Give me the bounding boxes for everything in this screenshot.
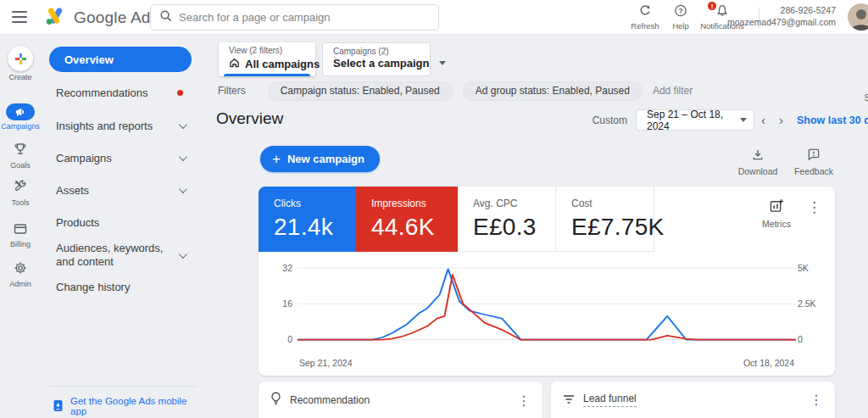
feedback-icon — [807, 149, 821, 164]
search-input[interactable] — [179, 11, 430, 24]
metric-tab-avg-cpc[interactable]: Avg. CPC E£0.3 — [458, 187, 556, 252]
nav-item-campaigns[interactable]: Campaigns — [56, 152, 195, 164]
account-phone: 286-926-5247 — [781, 5, 836, 15]
top-bar: Google Ads Refresh ? Help ! — [0, 0, 868, 35]
metric-tab-cost[interactable]: Cost E£7.75K — [556, 187, 654, 252]
x-axis-start-label: Sep 21, 2024 — [299, 358, 352, 368]
tools-icon — [14, 181, 27, 196]
chevron-down-icon — [179, 153, 187, 161]
brand-name: Google Ads — [74, 8, 159, 27]
nav-item-overview[interactable]: Overview — [49, 47, 192, 72]
metric-tabs: Clicks 21.4k Impressions 44.6K Avg. CPC … — [259, 187, 835, 252]
admin-gear-icon — [14, 263, 27, 277]
add-filter-button[interactable]: Add filter — [653, 85, 693, 97]
nav-item-insights-and-reports[interactable]: Insights and reports — [56, 120, 195, 132]
plot-area — [298, 262, 796, 350]
left-axis-tick: 16 — [269, 298, 292, 309]
account-info[interactable]: 286-926-5247 moazemad479@gmail.com — [727, 4, 836, 28]
metrics-chart-icon — [769, 201, 784, 215]
campaigns-megaphone-icon — [6, 103, 35, 120]
date-range-picker[interactable]: Sep 21 – Oct 18, 2024 — [636, 109, 754, 131]
icon-rail: Create Campaigns Goals Tools Billing — [0, 35, 41, 418]
recommendation-card: Recommendation ⋮ — [259, 382, 542, 418]
nav-divider — [49, 386, 197, 387]
rail-item-campaigns[interactable]: Campaigns — [0, 103, 41, 131]
chart-more-options-icon[interactable]: ⋮ — [807, 200, 821, 215]
time-series-chart: 32 16 0 5K 2.5K 0 Sep 21, 2024 Oct 18, 2… — [259, 252, 835, 376]
create-plus-icon — [8, 46, 33, 71]
filters-bar: Filters Campaign status: Enabled, Paused… — [218, 81, 868, 101]
view-filter-dropdown[interactable]: View (2 filters) All campaigns — [219, 42, 315, 76]
x-axis-end-label: Oct 18, 2024 — [743, 358, 794, 368]
goals-trophy-icon — [14, 144, 27, 159]
google-ads-logo-icon — [44, 6, 66, 30]
chevron-down-icon — [179, 120, 187, 129]
refresh-icon — [638, 5, 652, 20]
funnel-icon — [563, 393, 575, 408]
brand: Google Ads — [44, 6, 159, 30]
rail-item-billing[interactable]: Billing — [0, 223, 41, 248]
lead-funnel-card-title[interactable]: Lead funnel — [583, 393, 637, 407]
date-next-button[interactable]: › — [772, 113, 790, 127]
new-campaign-button[interactable]: + New campaign — [260, 146, 380, 172]
date-prev-button[interactable]: ‹ — [754, 113, 772, 127]
left-axis-tick: 0 — [269, 334, 292, 344]
download-button[interactable]: Download — [731, 148, 785, 176]
right-axis-tick: 0 — [798, 334, 823, 344]
show-last-30-days-link[interactable]: Show last 30 days — [797, 114, 868, 126]
filter-chip-ad-group-status[interactable]: Ad group status: Enabled, Paused — [463, 81, 643, 101]
main-content: View (2 filters) All campaigns Campaigns… — [203, 35, 868, 418]
right-axis-tick: 5K — [798, 263, 823, 273]
nav-item-change-history[interactable]: Change history — [56, 281, 195, 293]
home-icon — [229, 56, 240, 71]
nav-item-products[interactable]: Products — [56, 216, 195, 229]
help-icon: ? — [674, 5, 687, 20]
global-search — [150, 4, 439, 31]
rail-item-admin[interactable]: Admin — [0, 261, 41, 288]
feedback-button[interactable]: Feedback — [787, 148, 841, 176]
account-email: moazemad479@gmail.com — [727, 17, 836, 27]
plus-icon: + — [272, 152, 281, 166]
page-header: Overview Custom Sep 21 – Oct 18, 2024 ‹ … — [216, 109, 868, 131]
overview-chart-svg — [298, 262, 796, 350]
lead-funnel-more-options-icon[interactable]: ⋮ — [810, 392, 823, 408]
avatar[interactable] — [848, 3, 868, 31]
metric-tab-clicks[interactable]: Clicks 21.4k — [259, 187, 356, 252]
nav-item-assets[interactable]: Assets — [56, 184, 195, 197]
rail-item-create[interactable]: Create — [0, 46, 41, 81]
lead-funnel-card: Lead funnel ⋮ — [551, 382, 835, 418]
filter-chip-campaign-status[interactable]: Campaign status: Enabled, Paused — [268, 81, 453, 101]
campaign-select-dropdown[interactable]: Campaigns (2) Select a campaign — [322, 42, 431, 76]
billing-card-icon — [14, 223, 27, 237]
metrics-button[interactable]: Metrics — [755, 198, 798, 229]
svg-text:?: ? — [678, 7, 682, 15]
filters-label: Filters — [218, 85, 246, 97]
chevron-down-icon — [179, 250, 187, 259]
chevron-down-icon — [179, 185, 187, 193]
mobile-phone-icon — [53, 399, 64, 414]
recommendation-card-title: Recommendation — [290, 394, 370, 406]
page-title: Overview — [216, 109, 283, 127]
caret-down-icon — [439, 61, 446, 65]
recommendation-more-options-icon[interactable]: ⋮ — [517, 393, 531, 409]
right-axis-tick: 2.5K — [798, 298, 823, 309]
download-icon — [751, 149, 765, 164]
google-ads-app: Google Ads Refresh ? Help ! — [0, 0, 868, 418]
left-axis-tick: 32 — [269, 263, 292, 273]
nav-item-audiences-keywords-content[interactable]: Audiences, keywords, and content — [56, 242, 195, 269]
mobile-app-link[interactable]: Get the Google Ads mobile app — [53, 396, 203, 416]
caret-down-icon — [740, 118, 747, 122]
rail-item-goals[interactable]: Goals — [0, 142, 41, 170]
recommendations-alert-dot — [177, 90, 183, 96]
lightbulb-icon — [270, 392, 281, 409]
menu-icon[interactable] — [12, 11, 27, 23]
nav-item-recommendations[interactable]: Recommendations — [56, 86, 195, 99]
rail-item-tools[interactable]: Tools — [0, 180, 41, 207]
overview-chart-card: Clicks 21.4k Impressions 44.6K Avg. CPC … — [259, 187, 835, 376]
notification-badge: ! — [707, 1, 717, 11]
secondary-nav: Overview Recommendations Insights and re… — [41, 35, 203, 418]
search-icon — [159, 9, 172, 25]
metric-tab-impressions[interactable]: Impressions 44.6K — [356, 187, 458, 252]
custom-label: Custom — [593, 114, 627, 126]
